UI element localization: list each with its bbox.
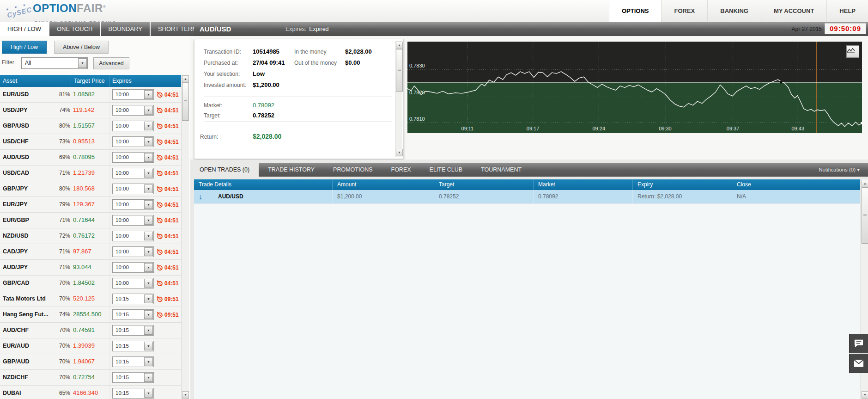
bottom-tab-forex[interactable]: FOREX xyxy=(382,163,420,177)
asset-row[interactable]: EUR/USD81%1.0858210:00▼04:51 xyxy=(0,87,181,103)
expiry-select[interactable]: 10:00▼ xyxy=(112,199,154,210)
asset-row[interactable]: AUD/USD69%0.7809510:00▼04:51 xyxy=(0,150,181,166)
expiry-select[interactable]: 10:15▼ xyxy=(112,341,154,351)
expiry-select[interactable]: 10:00▼ xyxy=(112,105,154,116)
chevron-down-icon[interactable]: ▼ xyxy=(144,153,153,162)
asset-name: NZD/USD xyxy=(3,228,29,243)
filter-select[interactable]: All ▼ xyxy=(21,57,88,69)
instrument-tab-one-touch[interactable]: ONE TOUCH xyxy=(49,22,100,36)
asset-row[interactable]: GBP/CAD70%1.8450210:00▼04:51 xyxy=(0,276,181,291)
bottom-tab-promotions[interactable]: PROMOTIONS xyxy=(324,163,382,177)
contact-email-button[interactable] xyxy=(849,354,868,373)
expiry-select[interactable]: 10:00▼ xyxy=(112,278,154,289)
expiry-select[interactable]: 10:00▼ xyxy=(112,246,154,257)
nav-item-my-account[interactable]: MY ACCOUNT xyxy=(761,0,826,22)
mode-tab-above-below[interactable]: Above / Below xyxy=(54,41,109,54)
asset-row[interactable]: USD/JPY74%119.14210:00▼04:51 xyxy=(0,103,181,118)
asset-row[interactable]: NZD/USD72%0.7617210:00▼04:51 xyxy=(0,228,181,244)
chevron-down-icon[interactable]: ▼ xyxy=(144,169,153,178)
asset-row[interactable]: Tata Motors Ltd70%520.12510:15▼09:51 xyxy=(0,291,181,307)
scrollbar-thumb[interactable] xyxy=(862,187,868,244)
expiry-select[interactable]: 10:00▼ xyxy=(112,231,154,241)
chevron-down-icon[interactable]: ▼ xyxy=(144,247,153,256)
chevron-down-icon[interactable]: ▼ xyxy=(144,310,153,319)
expiry-select[interactable]: 10:00▼ xyxy=(112,89,154,100)
column-divider xyxy=(154,386,154,399)
chevron-down-icon[interactable]: ▼ xyxy=(144,122,153,130)
expiry-select[interactable]: 10:00▼ xyxy=(112,184,154,194)
scroll-down-icon[interactable]: ▼ xyxy=(182,391,189,399)
expiry-select[interactable]: 10:00▼ xyxy=(112,262,154,273)
nav-item-banking[interactable]: BANKING xyxy=(707,0,761,22)
expiry-select[interactable]: 10:15▼ xyxy=(112,356,154,367)
chevron-down-icon[interactable]: ▼ xyxy=(78,58,87,68)
expiry-select[interactable]: 10:00▼ xyxy=(112,136,154,147)
instrument-tab-boundary[interactable]: BOUNDARY xyxy=(101,22,149,36)
chevron-down-icon[interactable]: ▼ xyxy=(144,279,153,288)
scrollbar-thumb[interactable] xyxy=(396,49,403,92)
expiry-select[interactable]: 10:00▼ xyxy=(112,152,154,163)
expiry-select[interactable]: 10:15▼ xyxy=(112,325,154,336)
scroll-down-icon[interactable]: ▼ xyxy=(396,149,403,156)
asset-row[interactable]: EUR/AUD70%1.3903910:15▼ xyxy=(0,338,181,354)
asset-list-scrollbar[interactable]: ▲ ▼ xyxy=(181,75,189,399)
expiry-select[interactable]: 10:00▼ xyxy=(112,121,154,131)
asset-row[interactable]: USD/CHF73%0.9551310:00▼04:51 xyxy=(0,134,181,150)
instrument-tab-high-low[interactable]: HIGH / LOW xyxy=(0,22,49,36)
advanced-filter-button[interactable]: Advanced xyxy=(93,57,129,69)
asset-row[interactable]: EUR/JPY79%129.36710:00▼04:51 xyxy=(0,197,181,213)
expiry-select[interactable]: 10:15▼ xyxy=(112,388,154,399)
column-divider xyxy=(109,103,109,118)
trade-row[interactable]: ↓AUD/USD$1,200.000.782520.78092Return: $… xyxy=(194,190,860,204)
chevron-down-icon[interactable]: ▼ xyxy=(144,106,153,115)
scroll-down-icon[interactable]: ▼ xyxy=(862,391,868,399)
scroll-up-icon[interactable]: ▲ xyxy=(396,42,403,49)
expiry-select[interactable]: 10:00▼ xyxy=(112,168,154,178)
live-chat-button[interactable] xyxy=(849,334,868,353)
chevron-down-icon[interactable]: ▼ xyxy=(144,357,153,366)
chevron-down-icon[interactable]: ▼ xyxy=(144,373,153,382)
asset-row[interactable]: USD/CAD71%1.2173910:00▼04:51 xyxy=(0,166,181,181)
expiry-select[interactable]: 10:15▼ xyxy=(112,372,154,383)
scroll-up-icon[interactable]: ▲ xyxy=(182,75,189,83)
asset-row[interactable]: NZD/CHF70%0.7275410:15▼ xyxy=(0,370,181,386)
expiry-select[interactable]: 10:15▼ xyxy=(112,309,154,320)
countdown-value: 04:51 xyxy=(164,119,179,134)
notifications-dropdown[interactable]: Notifications (0) ▾ xyxy=(819,163,860,177)
chevron-down-icon[interactable]: ▼ xyxy=(144,326,153,335)
column-divider xyxy=(109,354,109,369)
chevron-down-icon[interactable]: ▼ xyxy=(144,232,153,240)
bottom-tab-open-trades-0-[interactable]: OPEN TRADES (0) xyxy=(190,163,259,177)
asset-row[interactable]: GBP/USD80%1.5155710:00▼04:51 xyxy=(0,118,181,134)
chevron-down-icon[interactable]: ▼ xyxy=(144,263,153,272)
chevron-down-icon[interactable]: ▼ xyxy=(144,137,153,146)
asset-row[interactable]: DUBAI65%4166.34010:15▼ xyxy=(0,386,181,399)
expiry-select[interactable]: 10:00▼ xyxy=(112,215,154,226)
asset-row[interactable]: AUD/JPY71%93.04410:00▼04:51 xyxy=(0,260,181,276)
asset-row[interactable]: GBP/JPY80%180.56810:00▼04:51 xyxy=(0,181,181,197)
nav-item-forex[interactable]: FOREX xyxy=(661,0,707,22)
chevron-down-icon[interactable]: ▼ xyxy=(144,184,153,193)
chevron-down-icon[interactable]: ▼ xyxy=(144,342,153,350)
chevron-down-icon[interactable]: ▼ xyxy=(144,295,153,303)
asset-row[interactable]: CAD/JPY71%97.86710:00▼04:51 xyxy=(0,244,181,260)
asset-row[interactable]: GBP/AUD70%1.9406710:15▼ xyxy=(0,354,181,370)
bottom-tab-trade-history[interactable]: TRADE HISTORY xyxy=(259,163,324,177)
scrollbar-thumb[interactable] xyxy=(182,83,189,121)
expiry-select[interactable]: 10:15▼ xyxy=(112,294,154,304)
bottom-tab-tournament[interactable]: TOURNAMENT xyxy=(472,163,531,177)
chevron-down-icon[interactable]: ▼ xyxy=(144,216,153,225)
chart-type-button[interactable] xyxy=(846,45,859,58)
nav-item-options[interactable]: OPTIONS xyxy=(609,0,662,22)
chevron-down-icon[interactable]: ▼ xyxy=(144,200,153,209)
details-scrollbar[interactable]: ▲ ▼ xyxy=(395,41,402,157)
mode-tab-high-low[interactable]: High / Low xyxy=(2,41,47,54)
asset-row[interactable]: EUR/GBP71%0.7164410:00▼04:51 xyxy=(0,213,181,228)
chevron-down-icon[interactable]: ▼ xyxy=(144,389,153,398)
bottom-tab-elite-club[interactable]: ELITE CLUB xyxy=(420,163,472,177)
nav-item-help[interactable]: HELP xyxy=(826,0,868,22)
asset-row[interactable]: AUD/CHF70%0.7459110:15▼ xyxy=(0,323,181,338)
chevron-down-icon[interactable]: ▼ xyxy=(144,90,153,99)
scroll-up-icon[interactable]: ▲ xyxy=(862,180,868,187)
asset-row[interactable]: Hang Seng Fut...74%28554.50010:15▼09:51 xyxy=(0,307,181,323)
